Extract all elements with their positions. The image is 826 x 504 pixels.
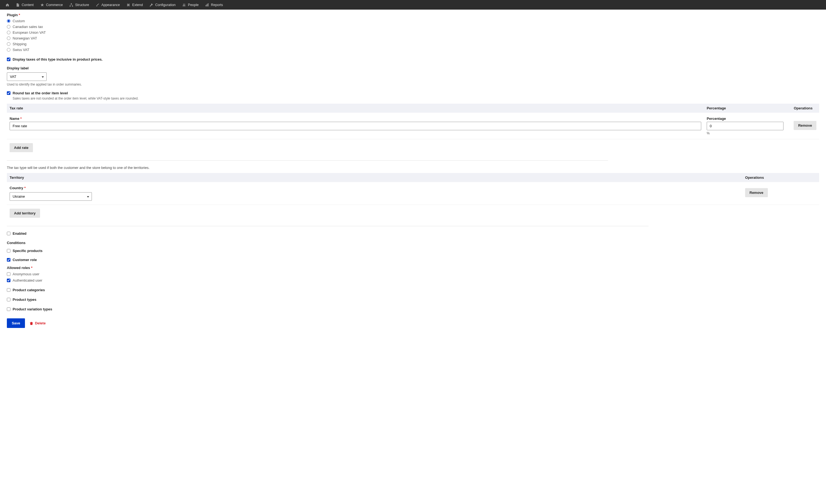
svg-rect-5 <box>206 5 206 6</box>
checkbox-input[interactable] <box>7 307 10 311</box>
checkbox-input[interactable] <box>7 232 10 235</box>
display-label-label: Display label <box>7 66 819 70</box>
plugin-option-custom[interactable]: Custom <box>7 18 819 24</box>
wrench-icon <box>150 3 153 7</box>
checkbox-input[interactable] <box>7 288 10 292</box>
radio-input[interactable] <box>7 37 10 40</box>
toolbar-label: Structure <box>75 3 89 7</box>
checkbox-input[interactable] <box>7 58 10 61</box>
radio-label: Canadian sales tax <box>13 25 43 29</box>
admin-toolbar: Content Commerce Structure Appearance Ex… <box>0 0 826 10</box>
checkbox-input[interactable] <box>7 258 10 262</box>
save-button[interactable]: Save <box>7 318 25 328</box>
allowed-roles-label: Allowed roles * <box>7 266 819 270</box>
product-variation-types-checkbox[interactable]: Product variation types <box>7 306 819 312</box>
territory-table: Territory Operations Country * Ukraine <box>7 173 819 222</box>
enabled-checkbox[interactable]: Enabled <box>7 231 819 236</box>
toolbar-label: Appearance <box>102 3 120 7</box>
radio-label: Norwegian VAT <box>13 36 37 40</box>
radio-label: Swiss VAT <box>13 48 30 52</box>
radio-label: Custom <box>13 19 25 23</box>
svg-rect-6 <box>207 4 208 6</box>
display-label-help: Used to identify the applied tax in orde… <box>7 82 819 86</box>
checkbox-input[interactable] <box>7 249 10 253</box>
th-operations: Operations <box>786 104 819 113</box>
svg-point-3 <box>183 4 184 5</box>
conditions-section: Conditions Specific products Customer ro… <box>7 241 819 312</box>
country-select-wrap: Ukraine <box>10 192 92 201</box>
remove-rate-button[interactable]: Remove <box>793 121 816 130</box>
allowed-roles-section: Allowed roles * Anonymous user Authentic… <box>7 266 819 284</box>
specific-products-checkbox[interactable]: Specific products <box>7 248 819 254</box>
conditions-label: Conditions <box>7 241 819 245</box>
radio-label: European Union VAT <box>13 30 46 35</box>
product-categories-checkbox[interactable]: Product categories <box>7 287 819 293</box>
radio-input[interactable] <box>7 31 10 34</box>
name-label: Name * <box>10 117 701 121</box>
checkbox-input[interactable] <box>7 91 10 95</box>
display-inclusive-checkbox[interactable]: Display taxes of this type inclusive in … <box>7 57 819 62</box>
star-icon <box>40 3 44 7</box>
checkbox-input[interactable] <box>7 298 10 301</box>
toolbar-extend[interactable]: Extend <box>123 0 146 10</box>
checkbox-input[interactable] <box>7 272 10 276</box>
checkbox-input[interactable] <box>7 278 10 282</box>
toolbar-content[interactable]: Content <box>13 0 37 10</box>
trash-icon <box>30 322 33 325</box>
add-rate-button[interactable]: Add rate <box>10 143 33 152</box>
toolbar-appearance[interactable]: Appearance <box>93 0 123 10</box>
tax-rate-row: Name * Percentage % Remove <box>7 113 819 139</box>
form-content: Plugin * Custom Canadian sales tax Europ… <box>0 10 826 336</box>
toolbar-home[interactable] <box>2 0 13 10</box>
plugin-option-norwegian-vat[interactable]: Norwegian VAT <box>7 36 819 41</box>
delete-button[interactable]: Delete <box>30 321 46 325</box>
radio-input[interactable] <box>7 42 10 46</box>
checkbox-label: Product variation types <box>13 307 52 311</box>
toolbar-configuration[interactable]: Configuration <box>146 0 179 10</box>
country-select[interactable]: Ukraine <box>10 192 92 201</box>
chart-icon <box>205 3 209 7</box>
plugin-option-canadian[interactable]: Canadian sales tax <box>7 24 819 29</box>
radio-label: Shipping <box>13 42 26 46</box>
territory-row: Country * Ukraine Remove <box>7 182 819 205</box>
svg-rect-7 <box>208 3 209 6</box>
authenticated-user-checkbox[interactable]: Authenticated user <box>7 277 819 284</box>
toolbar-commerce[interactable]: Commerce <box>37 0 66 10</box>
radio-input[interactable] <box>7 25 10 28</box>
toolbar-label: Extend <box>132 3 143 7</box>
remove-territory-button[interactable]: Remove <box>745 188 768 197</box>
anonymous-user-checkbox[interactable]: Anonymous user <box>7 271 819 277</box>
toolbar-people[interactable]: People <box>179 0 202 10</box>
plugin-radio-group: Custom Canadian sales tax European Union… <box>7 18 819 53</box>
checkbox-label: Display taxes of this type inclusive in … <box>13 57 103 61</box>
toolbar-reports[interactable]: Reports <box>202 0 226 10</box>
plugin-option-eu-vat[interactable]: European Union VAT <box>7 29 819 36</box>
country-label: Country * <box>10 186 740 190</box>
svg-rect-1 <box>70 5 71 7</box>
name-input[interactable] <box>10 122 701 130</box>
plugin-option-shipping[interactable]: Shipping <box>7 41 819 47</box>
th-tax-rate: Tax rate <box>7 104 704 113</box>
round-tax-checkbox[interactable]: Round tax at the order item level <box>7 90 819 96</box>
percentage-input[interactable] <box>707 122 783 130</box>
add-territory-button[interactable]: Add territory <box>10 209 40 218</box>
form-actions: Save Delete <box>7 318 819 328</box>
svg-point-4 <box>184 4 185 5</box>
customer-role-checkbox[interactable]: Customer role <box>7 257 819 263</box>
plugin-option-swiss-vat[interactable]: Swiss VAT <box>7 47 819 53</box>
display-label-section: Display label VAT Used to identify the a… <box>7 66 819 86</box>
plugin-label: Plugin * <box>7 13 819 17</box>
delete-label: Delete <box>35 321 46 325</box>
tree-icon <box>69 3 73 7</box>
checkbox-label: Enabled <box>13 232 26 236</box>
brush-icon <box>96 3 100 7</box>
display-label-select-wrap: VAT <box>7 72 47 81</box>
radio-input[interactable] <box>7 48 10 52</box>
display-label-select[interactable]: VAT <box>7 72 47 81</box>
radio-input[interactable] <box>7 19 10 23</box>
tax-rate-table: Tax rate Percentage Operations Name * Pe… <box>7 104 819 156</box>
round-tax-help: Sales taxes are not rounded at the order… <box>13 97 819 100</box>
product-types-checkbox[interactable]: Product types <box>7 297 819 303</box>
toolbar-structure[interactable]: Structure <box>66 0 93 10</box>
percentage-label: Percentage <box>707 117 783 121</box>
